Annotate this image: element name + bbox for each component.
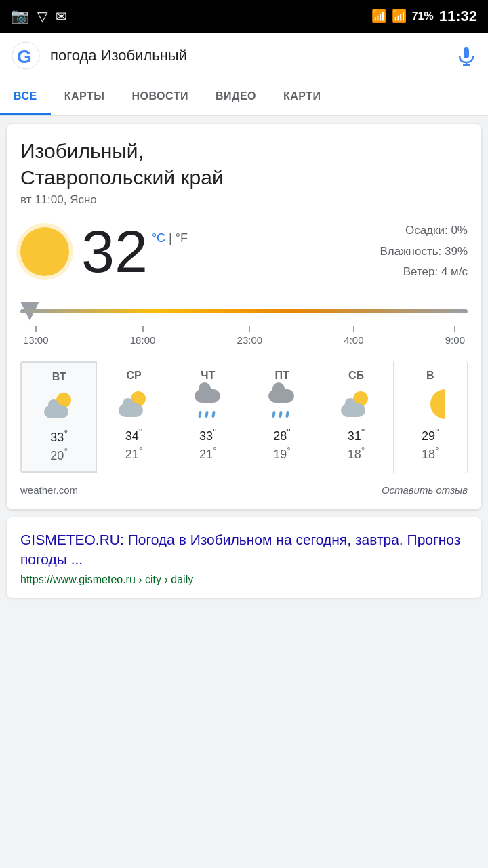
mic-icon[interactable] xyxy=(455,45,477,66)
weather-details: Осадки: 0% Влажность: 39% Ветер: 4 м/с xyxy=(380,220,468,283)
forecast-tuesday[interactable]: ВТ 33° 20° xyxy=(21,361,97,473)
celsius-unit[interactable]: °C xyxy=(152,231,165,245)
tab-images[interactable]: КАРТИ xyxy=(270,79,335,115)
clock: 11:32 xyxy=(439,7,477,25)
day-icon xyxy=(251,387,313,421)
tick-line xyxy=(454,326,455,332)
weekly-forecast: ВТ 33° 20° СР 34° 21° ЧТ xyxy=(20,361,468,473)
weather-location: Изобильный,Ставропольский край xyxy=(20,138,468,191)
timeline: 13:00 18:00 23:00 4:00 9:00 xyxy=(20,302,468,346)
day-low: 18° xyxy=(325,445,387,462)
battery-indicator: 71% xyxy=(412,10,434,22)
day-high: 34° xyxy=(102,427,165,443)
tick-line xyxy=(353,326,354,332)
day-high: 29° xyxy=(399,427,462,443)
temp-units: °C | °F xyxy=(152,231,188,245)
forecast-wednesday[interactable]: СР 34° 21° xyxy=(97,361,171,473)
tick-line xyxy=(249,326,250,332)
day-name: СР xyxy=(102,370,165,382)
search-bar: G погода Изобильный xyxy=(0,33,488,79)
day-icon xyxy=(399,387,462,421)
day-icon xyxy=(177,387,239,421)
sun-icon xyxy=(20,227,69,276)
day-name: ПТ xyxy=(251,370,313,382)
fahrenheit-unit[interactable]: °F xyxy=(176,231,188,245)
precipitation: Осадки: 0% xyxy=(380,220,468,241)
status-right: 📶 📶 71% 11:32 xyxy=(371,7,477,25)
day-high: 28° xyxy=(251,427,313,443)
temp-section: 32 °C | °F xyxy=(81,222,188,281)
feedback-link[interactable]: Оставить отзыв xyxy=(382,484,468,496)
result-title[interactable]: GISMETEO.RU: Погода в Изобильном на сего… xyxy=(20,530,468,570)
tab-all[interactable]: ВСЕ xyxy=(0,79,51,115)
day-high: 33° xyxy=(28,428,90,445)
day-icon xyxy=(102,387,165,421)
day-low: 21° xyxy=(102,445,165,462)
wind: Ветер: 4 м/с xyxy=(380,262,468,283)
tick-line xyxy=(142,326,144,332)
status-icons: 📷 ▽ ✉ xyxy=(11,7,67,25)
tick-400: 4:00 xyxy=(344,326,363,346)
day-name: В xyxy=(399,370,462,382)
search-input[interactable]: погода Изобильный xyxy=(50,47,447,64)
forecast-sunday[interactable]: В 29° 18° xyxy=(394,361,467,473)
day-high: 31° xyxy=(325,427,387,443)
tab-video[interactable]: ВИДЕО xyxy=(202,79,270,115)
tab-maps[interactable]: КАРТЫ xyxy=(51,79,119,115)
tick-line xyxy=(35,326,37,332)
instagram-icon: 📷 xyxy=(11,7,29,25)
tick-label: 4:00 xyxy=(344,334,363,346)
day-name: ВТ xyxy=(28,371,90,383)
weather-time: вт 11:00, Ясно xyxy=(20,193,468,207)
day-low: 19° xyxy=(251,445,313,462)
weather-source: weather.com Оставить отзыв xyxy=(20,484,468,496)
status-bar: 📷 ▽ ✉ 📶 📶 71% 11:32 xyxy=(0,0,488,33)
tick-label: 18:00 xyxy=(130,334,156,346)
google-g xyxy=(11,41,41,71)
day-low: 18° xyxy=(399,445,462,462)
source-link: weather.com xyxy=(20,484,78,496)
day-name: ЧТ xyxy=(177,370,239,382)
tick-2300: 23:00 xyxy=(237,326,263,346)
tick-label: 13:00 xyxy=(23,334,49,346)
wifi-icon: 📶 xyxy=(371,9,386,24)
pocket-icon: ▽ xyxy=(37,8,47,24)
forecast-saturday[interactable]: СБ 31° 18° xyxy=(319,361,393,473)
nav-tabs: ВСЕ КАРТЫ НОВОСТИ ВИДЕО КАРТИ xyxy=(0,79,488,116)
humidity: Влажность: 39% xyxy=(380,241,468,262)
day-icon xyxy=(325,387,387,421)
day-icon xyxy=(28,389,90,422)
day-name: СБ xyxy=(325,370,387,382)
timeline-ticks: 13:00 18:00 23:00 4:00 9:00 xyxy=(20,326,468,346)
current-weather: 32 °C | °F Осадки: 0% Влажность: 39% Вет… xyxy=(20,220,468,283)
tick-900: 9:00 xyxy=(445,326,465,346)
tick-1800: 18:00 xyxy=(130,326,156,346)
search-result[interactable]: GISMETEO.RU: Погода в Изобильном на сего… xyxy=(7,517,481,598)
timeline-track xyxy=(20,309,468,313)
day-low: 20° xyxy=(28,446,90,463)
result-url[interactable]: https://www.gismeteo.ru › city › daily xyxy=(20,574,468,586)
day-high: 33° xyxy=(177,427,239,443)
forecast-thursday[interactable]: ЧТ 33° 21° xyxy=(171,361,245,473)
unit-separator: | xyxy=(169,231,176,245)
signal-icon: 📶 xyxy=(392,9,407,24)
tab-news[interactable]: НОВОСТИ xyxy=(118,79,202,115)
timeline-bar xyxy=(20,302,468,321)
weather-card: Изобильный,Ставропольский край вт 11:00,… xyxy=(7,124,481,509)
forecast-friday[interactable]: ПТ 28° 19° xyxy=(245,361,319,473)
tick-label: 9:00 xyxy=(445,334,465,346)
day-low: 21° xyxy=(177,445,239,462)
svg-rect-2 xyxy=(464,47,469,58)
email-icon: ✉ xyxy=(56,8,67,24)
tick-1300: 13:00 xyxy=(23,326,49,346)
tick-label: 23:00 xyxy=(237,334,263,346)
temperature: 32 xyxy=(81,222,148,281)
